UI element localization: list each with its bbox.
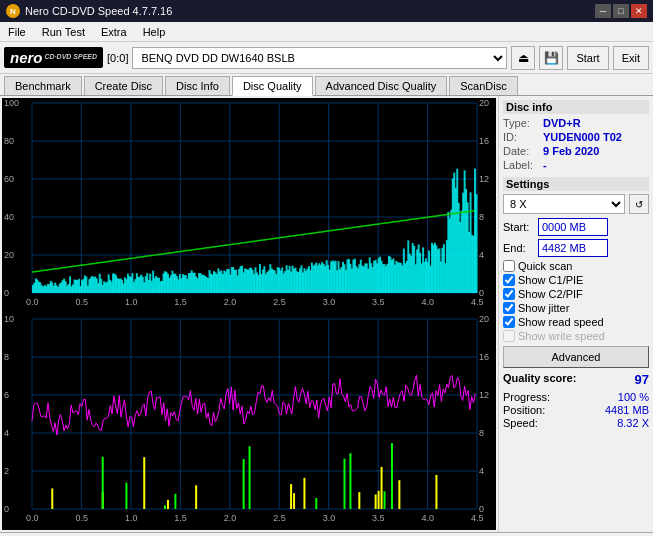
show-c1pie-label: Show C1/PIE	[518, 274, 583, 286]
advanced-button[interactable]: Advanced	[503, 346, 649, 368]
maximize-button[interactable]: □	[613, 4, 629, 18]
quality-score-row: Quality score: 97	[503, 372, 649, 387]
settings-title: Settings	[503, 177, 649, 191]
start-label: Start:	[503, 221, 538, 233]
type-label: Type:	[503, 117, 543, 129]
speed-row: 8 X ↺	[503, 194, 649, 214]
drive-dropdown[interactable]: BENQ DVD DD DW1640 BSLB	[132, 47, 507, 69]
start-row: Start:	[503, 218, 649, 236]
quick-scan-checkbox[interactable]	[503, 260, 515, 272]
speed-value: 8.32 X	[617, 417, 649, 429]
drive-label: [0:0]	[107, 52, 128, 64]
save-icon[interactable]: 💾	[539, 46, 563, 70]
quality-score-value: 97	[635, 372, 649, 387]
end-label: End:	[503, 242, 538, 254]
title-bar-left: N Nero CD-DVD Speed 4.7.7.16	[6, 4, 172, 18]
menu-bar: File Run Test Extra Help	[0, 22, 653, 42]
top-chart	[2, 98, 496, 314]
progress-section: Progress: 100 % Position: 4481 MB Speed:…	[503, 391, 649, 429]
show-write-speed-row: Show write speed	[503, 330, 649, 342]
tab-disc-info[interactable]: Disc Info	[165, 76, 230, 95]
app-icon: N	[6, 4, 20, 18]
tab-create-disc[interactable]: Create Disc	[84, 76, 163, 95]
tab-advanced-disc-quality[interactable]: Advanced Disc Quality	[315, 76, 448, 95]
date-value: 9 Feb 2020	[543, 145, 599, 157]
id-label: ID:	[503, 131, 543, 143]
id-row: ID: YUDEN000 T02	[503, 131, 649, 143]
tab-benchmark[interactable]: Benchmark	[4, 76, 82, 95]
settings-section: Settings 8 X ↺ Start: End: Quick scan	[503, 177, 649, 368]
end-input[interactable]	[538, 239, 608, 257]
show-write-speed-label: Show write speed	[518, 330, 605, 342]
progress-value: 100 %	[618, 391, 649, 403]
drive-select: [0:0] BENQ DVD DD DW1640 BSLB	[107, 47, 507, 69]
speed-label: Speed:	[503, 417, 538, 429]
position-label: Position:	[503, 404, 545, 416]
disc-info-section: Disc info Type: DVD+R ID: YUDEN000 T02 D…	[503, 100, 649, 171]
position-value: 4481 MB	[605, 404, 649, 416]
progress-label: Progress:	[503, 391, 550, 403]
bottom-chart	[2, 314, 496, 530]
show-c2pif-checkbox[interactable]	[503, 288, 515, 300]
quality-score-label: Quality score:	[503, 372, 576, 387]
type-value: DVD+R	[543, 117, 581, 129]
title-bar-text: Nero CD-DVD Speed 4.7.7.16	[25, 5, 172, 17]
nero-logo: nero CD·DVD SPEED	[4, 47, 103, 68]
end-row: End:	[503, 239, 649, 257]
eject-icon[interactable]: ⏏	[511, 46, 535, 70]
show-read-speed-label: Show read speed	[518, 316, 604, 328]
show-c1pie-checkbox[interactable]	[503, 274, 515, 286]
label-label: Label:	[503, 159, 543, 171]
label-row: Label: -	[503, 159, 649, 171]
menu-file[interactable]: File	[4, 25, 30, 39]
id-value: YUDEN000 T02	[543, 131, 622, 143]
show-jitter-label: Show jitter	[518, 302, 569, 314]
show-jitter-checkbox[interactable]	[503, 302, 515, 314]
menu-run-test[interactable]: Run Test	[38, 25, 89, 39]
tab-disc-quality[interactable]: Disc Quality	[232, 76, 313, 96]
progress-row: Progress: 100 %	[503, 391, 649, 403]
show-read-speed-checkbox[interactable]	[503, 316, 515, 328]
minimize-button[interactable]: ─	[595, 4, 611, 18]
position-row: Position: 4481 MB	[503, 404, 649, 416]
title-bar-controls: ─ □ ✕	[595, 4, 647, 18]
tabs-bar: Benchmark Create Disc Disc Info Disc Qua…	[0, 74, 653, 96]
type-row: Type: DVD+R	[503, 117, 649, 129]
exit-button[interactable]: Exit	[613, 46, 649, 70]
menu-help[interactable]: Help	[139, 25, 170, 39]
speed-dropdown[interactable]: 8 X	[503, 194, 625, 214]
show-read-speed-row: Show read speed	[503, 316, 649, 328]
main-content: Disc info Type: DVD+R ID: YUDEN000 T02 D…	[0, 96, 653, 532]
show-write-speed-checkbox[interactable]	[503, 330, 515, 342]
show-c2pif-row: Show C2/PIF	[503, 288, 649, 300]
start-button[interactable]: Start	[567, 46, 608, 70]
toolbar: nero CD·DVD SPEED [0:0] BENQ DVD DD DW16…	[0, 42, 653, 74]
date-label: Date:	[503, 145, 543, 157]
right-panel: Disc info Type: DVD+R ID: YUDEN000 T02 D…	[498, 96, 653, 532]
disc-info-title: Disc info	[503, 100, 649, 114]
label-value: -	[543, 159, 547, 171]
start-input[interactable]	[538, 218, 608, 236]
close-button[interactable]: ✕	[631, 4, 647, 18]
date-row: Date: 9 Feb 2020	[503, 145, 649, 157]
bottom-stats: PI Errors Average: 4.11 Maximum: 52 Tota…	[0, 532, 653, 536]
show-c1pie-row: Show C1/PIE	[503, 274, 649, 286]
title-bar: N Nero CD-DVD Speed 4.7.7.16 ─ □ ✕	[0, 0, 653, 22]
refresh-icon[interactable]: ↺	[629, 194, 649, 214]
show-c2pif-label: Show C2/PIF	[518, 288, 583, 300]
quick-scan-row: Quick scan	[503, 260, 649, 272]
show-jitter-row: Show jitter	[503, 302, 649, 314]
speed-row2: Speed: 8.32 X	[503, 417, 649, 429]
menu-extra[interactable]: Extra	[97, 25, 131, 39]
quick-scan-label: Quick scan	[518, 260, 572, 272]
tab-scan-disc[interactable]: ScanDisc	[449, 76, 517, 95]
